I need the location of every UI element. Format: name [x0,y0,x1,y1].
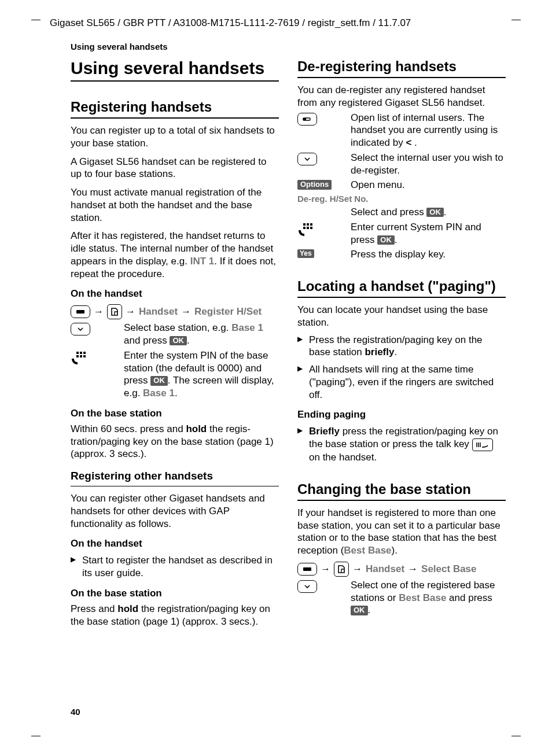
page-title: Using several handsets [71,58,279,82]
step-text: Select and press OK. [351,206,506,219]
svg-rect-5 [80,355,82,357]
step-text: Open menu. [351,179,506,191]
menu-item: Handset [139,306,178,318]
running-head: Gigaset SL565 / GBR PTT / A31008-M1715-L… [50,17,515,29]
left-column: Using several handsets Registering hands… [71,58,279,628]
paragraph: You can locate your handset using the ba… [297,304,506,329]
keypad-icon [71,349,116,366]
settings-menu-icon [107,304,122,319]
heading-paging: Locating a handset ("paging") [297,278,506,298]
nav-down-key-icon [297,152,343,165]
arrow-icon: → [408,563,418,575]
arrow-icon: → [321,563,330,575]
subheading-on-handset: On the handset [71,288,279,300]
svg-rect-8 [303,118,306,120]
svg-rect-3 [83,352,86,354]
svg-rect-2 [80,352,82,354]
step-text: Enter the system PIN of the base station… [124,349,279,400]
keypad-icon [297,221,343,237]
list-item: All handsets will ring at the same time … [297,363,506,401]
menu-item-label: De-reg. H/Set No. [297,194,506,204]
paragraph: A Gigaset SL56 handset can be registered… [71,156,279,181]
svg-rect-9 [303,223,306,226]
nav-left-key-icon [297,112,343,126]
arrow-icon: → [352,563,362,575]
section-header: Using several handsets [71,42,515,51]
svg-rect-4 [76,355,79,357]
nav-down-key-icon [71,322,116,335]
list-item: Start to register the handset as describ… [71,554,279,580]
list-item: Press the registration/paging key on the… [297,334,506,359]
options-key: Options [297,179,343,189]
menu-key-icon [297,563,317,576]
nav-down-key-icon [297,579,343,593]
paragraph: You must activate manual registration of… [71,186,279,224]
ok-key: OK [170,336,187,345]
paragraph: After it has registered, the handset ret… [71,230,279,280]
menu-item: Register H/Set [194,306,262,318]
step-text: Select base station, e.g. Base 1 and pre… [124,322,279,347]
ok-key: OK [150,376,168,385]
arrow-icon: → [181,306,191,318]
paragraph: You can register up to a total of six ha… [71,124,279,150]
arrow-icon: → [94,306,104,318]
step-text: Enter current System PIN and press OK. [351,221,506,246]
step-text: Select the internal user you wish to de-… [351,152,506,177]
svg-rect-1 [76,352,79,354]
ok-key: OK [426,208,444,217]
heading-reg-other: Registering other handsets [71,470,279,486]
svg-rect-18 [303,567,311,571]
step-text: Open list of internal users. The handset… [351,112,506,149]
talk-key-icon [472,438,493,451]
menu-item: Handset [366,563,404,575]
ok-key: OK [351,606,368,615]
heading-registering: Registering handsets [71,99,279,119]
display-value: INT 1 [190,256,215,267]
spacer [297,206,343,207]
svg-rect-13 [307,227,309,229]
paragraph: Press and hold the registration/paging k… [71,603,279,628]
paragraph: You can register other Gigaset handsets … [71,492,279,530]
settings-menu-icon [334,562,349,577]
svg-rect-12 [303,227,306,229]
svg-rect-11 [310,223,312,226]
list-item: Briefly press the registration/paging ke… [297,425,506,464]
paragraph: If your handset is registered to more th… [297,507,506,557]
yes-key: Yes [297,248,343,258]
step-text: Press the display key. [351,248,506,261]
menu-path: → → Handset → Select Base [297,562,506,577]
paragraph: Within 60 secs. press and hold the regis… [71,423,279,460]
ok-key: OK [377,235,395,245]
menu-item: Select Base [421,563,476,575]
subheading-ending-paging: Ending paging [297,409,506,421]
menu-path: → → Handset → Register H/Set [71,304,279,319]
subheading-on-base: On the base station [71,588,279,599]
heading-changing-base: Changing the base station [297,481,506,501]
subheading-on-handset: On the handset [71,538,279,550]
subheading-on-base: On the base station [71,408,279,419]
page-number: 40 [71,707,80,717]
step-text: Select one of the registered base statio… [351,579,506,617]
svg-rect-10 [307,223,309,226]
paragraph: You can de-register any registered hands… [297,84,506,109]
svg-rect-6 [83,355,86,357]
menu-key-icon [71,305,90,318]
svg-rect-14 [310,227,312,229]
heading-deregistering: De-registering handsets [297,58,506,78]
svg-rect-0 [76,310,84,314]
arrow-icon: → [126,306,135,318]
right-column: De-registering handsets You can de-regis… [297,58,506,628]
